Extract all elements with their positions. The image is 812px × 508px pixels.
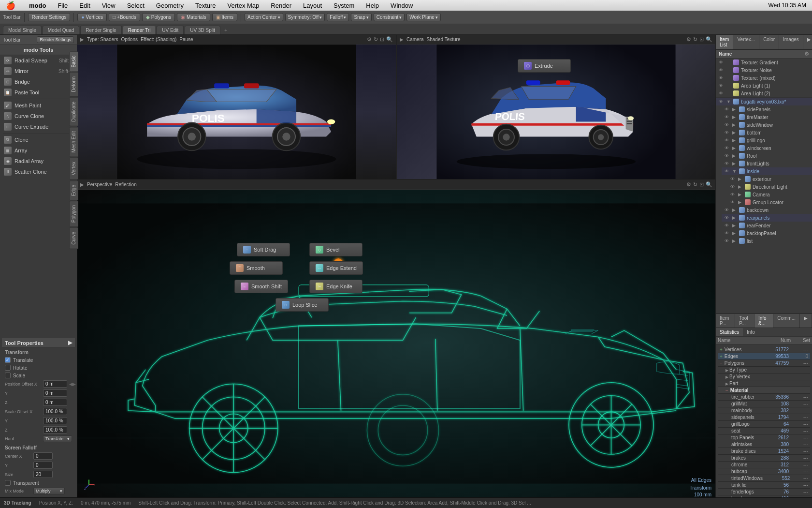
tool-clone[interactable]: ⧉ Clone <box>0 134 77 145</box>
il-tri-18[interactable]: ▶ <box>738 192 743 197</box>
translate-check-box[interactable]: ✓ <box>5 357 11 363</box>
il-backdown[interactable]: 👁 ▶ backdown <box>722 206 812 214</box>
rp-expand-btn[interactable]: ▶ <box>803 35 812 49</box>
menu-texture[interactable]: Texture <box>193 1 218 10</box>
tool-radial-sweep[interactable]: ⟳ Radial Sweep Shift-L <box>0 55 77 66</box>
il-tri-12[interactable]: ▶ <box>732 146 737 150</box>
statistics-subtab[interactable]: Statistics <box>716 328 743 336</box>
stat-edge-expand[interactable]: + <box>720 354 723 359</box>
stats-expand-btn[interactable]: ▶ <box>800 314 812 328</box>
il-eye-6[interactable]: 👁 <box>719 99 725 104</box>
scale-y-input[interactable] <box>43 417 67 424</box>
vp-tr-settings-icon[interactable]: ⚙ <box>686 36 691 43</box>
il-eye-9[interactable]: 👁 <box>725 122 730 127</box>
il-backtoppanel[interactable]: 👁 ▶ backtopPanel <box>722 229 812 237</box>
rotate-checkbox[interactable]: Rotate <box>5 365 27 371</box>
il-grilllogo[interactable]: 👁 ▶ grillLogo <box>722 136 812 144</box>
menu-vertexmap[interactable]: Vertex Map <box>226 1 261 10</box>
il-inside[interactable]: 👁 ▼ inside <box>722 167 812 175</box>
sidebar-tab-duplicate[interactable]: Duplicate <box>69 97 78 126</box>
il-eye-7[interactable]: 👁 <box>725 107 730 112</box>
stat-poly-collapse[interactable]: − <box>720 360 723 366</box>
il-eye-12[interactable]: 👁 <box>725 146 730 150</box>
il-windscreen[interactable]: 👁 ▶ windscreen <box>722 144 812 152</box>
tab-add[interactable]: + <box>221 26 230 34</box>
il-eye-18[interactable]: 👁 <box>730 192 736 197</box>
il-eye-10[interactable]: 👁 <box>725 130 730 135</box>
tool-bridge[interactable]: ⊞ Bridge <box>0 76 77 87</box>
il-texture-mixed[interactable]: 👁 Texture: (mixed) <box>716 74 812 82</box>
il-tri-13[interactable]: ▶ <box>732 153 737 158</box>
il-eye-2[interactable]: 👁 <box>719 68 725 73</box>
edge-extend-btn[interactable]: ↔ Edge Extend <box>309 261 363 275</box>
menu-geometry[interactable]: Geometry <box>154 1 186 10</box>
viewport-top-left[interactable]: ▶ Type: Shaders Options Effect: (Shading… <box>77 35 397 179</box>
camera-label[interactable]: Camera <box>406 37 424 42</box>
tab-render-single[interactable]: Render Single <box>80 26 121 34</box>
vertex-tab[interactable]: Vertex... <box>733 35 759 49</box>
scale-x-input[interactable] <box>43 408 67 415</box>
polygons-btn[interactable]: ◆ Polygons <box>142 13 175 21</box>
images-tab[interactable]: Images <box>779 35 803 49</box>
il-eye-8[interactable]: 👁 <box>725 115 730 120</box>
menu-system[interactable]: System <box>332 1 356 10</box>
vp-tr-search-icon[interactable]: 🔍 <box>706 36 712 43</box>
stats-info-tab[interactable]: Info &... <box>754 314 773 328</box>
tool-curve-clone[interactable]: ∿ Curve Clone <box>0 111 77 121</box>
menu-layout[interactable]: Layout <box>301 1 324 10</box>
menu-render[interactable]: Render <box>269 1 293 10</box>
vertices-btn[interactable]: ● Vertices <box>77 13 107 21</box>
il-list[interactable]: 👁 ▶ list <box>722 237 812 245</box>
tool-array[interactable]: ▦ Array <box>0 145 77 156</box>
falloff-dropdown[interactable]: Falloff <box>327 13 349 21</box>
scale-checkbox[interactable]: Scale <box>5 373 25 378</box>
il-bottom[interactable]: 👁 ▶ bottom <box>722 129 812 136</box>
il-eye-14[interactable]: 👁 <box>725 161 730 166</box>
il-eye-13[interactable]: 👁 <box>725 153 730 158</box>
stats-item-p-tab[interactable]: Item P... <box>716 314 735 328</box>
apple-menu[interactable]: 🍎 <box>4 0 17 11</box>
render-settings-mini-btn[interactable]: Render Settings <box>37 36 74 43</box>
il-texture-noise[interactable]: 👁 Texture: Noise <box>716 66 812 74</box>
tool-props-expand[interactable]: ▶ <box>68 340 72 346</box>
center-x-input[interactable] <box>33 452 53 460</box>
scale-z-input[interactable] <box>43 426 67 433</box>
vp-bot-search-icon[interactable]: 🔍 <box>706 181 712 188</box>
il-frontlights[interactable]: 👁 ▶ frontLights <box>722 160 812 167</box>
vp-refresh-icon[interactable]: ↻ <box>374 36 378 43</box>
vp-settings-icon[interactable]: ⚙ <box>367 36 372 43</box>
render-settings-btn[interactable]: Render Settings <box>28 13 71 21</box>
il-eye-4[interactable]: 👁 <box>719 83 725 88</box>
il-area-light-1[interactable]: 👁 Area Light (1) <box>716 82 812 90</box>
il-dir-light[interactable]: 👁 ▶ Directional Light <box>727 183 812 191</box>
stats-comm-tab[interactable]: Comm... <box>773 314 800 328</box>
menu-file[interactable]: File <box>56 1 70 10</box>
il-eye-1[interactable]: 👁 <box>719 60 725 65</box>
sidebar-tab-mesh-edit[interactable]: Mesh Edit <box>69 127 78 157</box>
tab-model-quad[interactable]: Model Quad <box>43 26 79 34</box>
soft-drag-btn[interactable]: ~ Soft Drag <box>237 243 290 256</box>
tool-mesh-paint[interactable]: 🖌 Mesh Paint <box>0 100 77 111</box>
pos-offset-x-input[interactable] <box>43 380 67 388</box>
viewport-top-right[interactable]: ▶ Camera Shaded Texture ⚙ ↻ ⊡ 🔍 <box>397 35 715 179</box>
snap-dropdown[interactable]: Snap <box>351 13 371 21</box>
il-rearpanels[interactable]: 👁 ▶ rearpanels <box>722 214 812 222</box>
viewport-bottom[interactable]: ▶ Perspective Reflection ⚙ ↻ ⊡ 🔍 <box>77 180 715 497</box>
menu-help[interactable]: Help <box>364 1 381 10</box>
il-sidewindow[interactable]: 👁 ▶ sideWindow <box>722 121 812 129</box>
il-group-locator[interactable]: 👁 ▶ Group Locator <box>727 198 812 206</box>
il-tri-7[interactable]: ▶ <box>732 107 737 112</box>
edge-knife-btn[interactable]: ✂ Edge Knife <box>309 280 362 293</box>
il-eye-11[interactable]: 👁 <box>725 138 730 143</box>
il-tri-20[interactable]: ▶ <box>732 208 737 212</box>
il-eye-23[interactable]: 👁 <box>725 231 730 236</box>
il-eye-24[interactable]: 👁 <box>725 239 730 243</box>
il-tri-8[interactable]: ▶ <box>732 115 737 120</box>
transparent-check-box[interactable] <box>5 480 11 486</box>
item-list-tab[interactable]: Item List <box>716 35 733 49</box>
il-exteriour[interactable]: 👁 ▶ exteriour <box>727 175 812 183</box>
constraint-dropdown[interactable]: Constraint <box>374 13 405 21</box>
il-tri-15[interactable]: ▼ <box>732 169 737 174</box>
il-tri-17[interactable]: ▶ <box>738 184 743 189</box>
il-eye-17[interactable]: 👁 <box>730 184 736 189</box>
